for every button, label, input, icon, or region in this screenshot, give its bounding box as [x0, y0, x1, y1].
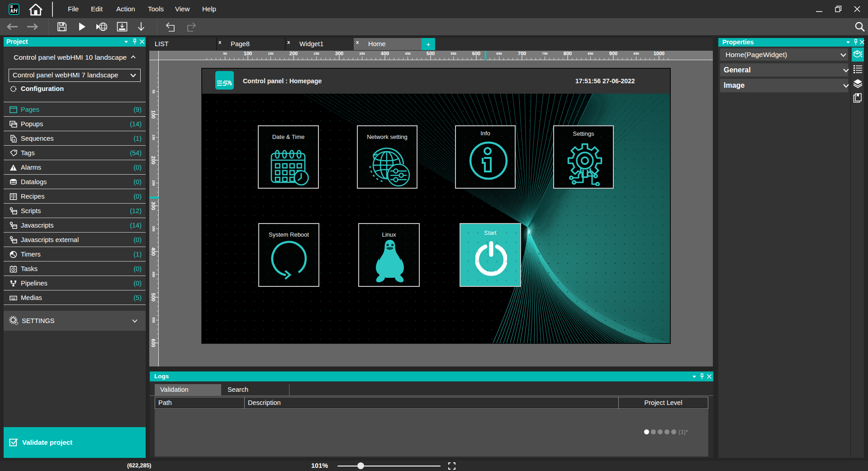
svg-text:300: 300 [151, 202, 156, 210]
svg-text:100: 100 [244, 51, 252, 56]
svg-text:400: 400 [381, 51, 389, 56]
svg-text:550: 550 [451, 52, 456, 56]
svg-text:1000: 1000 [654, 51, 664, 56]
svg-text:50: 50 [152, 90, 156, 93]
svg-text:150: 150 [268, 52, 274, 56]
svg-text:950: 950 [633, 52, 639, 56]
svg-text:100: 100 [151, 110, 156, 119]
svg-text:650: 650 [496, 52, 502, 56]
svg-text:200: 200 [289, 51, 298, 56]
svg-text:200: 200 [151, 156, 156, 164]
svg-text:750: 750 [542, 52, 548, 56]
svg-text:900: 900 [609, 51, 617, 56]
svg-text:150: 150 [152, 134, 156, 140]
svg-text:450: 450 [152, 271, 156, 277]
svg-text:600: 600 [472, 51, 480, 56]
svg-text:500: 500 [427, 51, 435, 56]
svg-text:700: 700 [518, 51, 526, 56]
svg-text:250: 250 [152, 180, 156, 186]
svg-text:50: 50 [223, 52, 227, 56]
svg-text:350: 350 [152, 226, 156, 232]
svg-text:500: 500 [151, 293, 156, 301]
svg-text:300: 300 [335, 51, 343, 56]
svg-text:600: 600 [151, 339, 156, 347]
svg-text:850: 850 [588, 52, 593, 56]
svg-text:250: 250 [313, 52, 319, 56]
svg-text:800: 800 [564, 51, 572, 56]
svg-text:550: 550 [152, 317, 156, 323]
svg-text:400: 400 [151, 247, 156, 256]
svg-text:450: 450 [405, 52, 411, 56]
svg-text:350: 350 [359, 52, 365, 56]
